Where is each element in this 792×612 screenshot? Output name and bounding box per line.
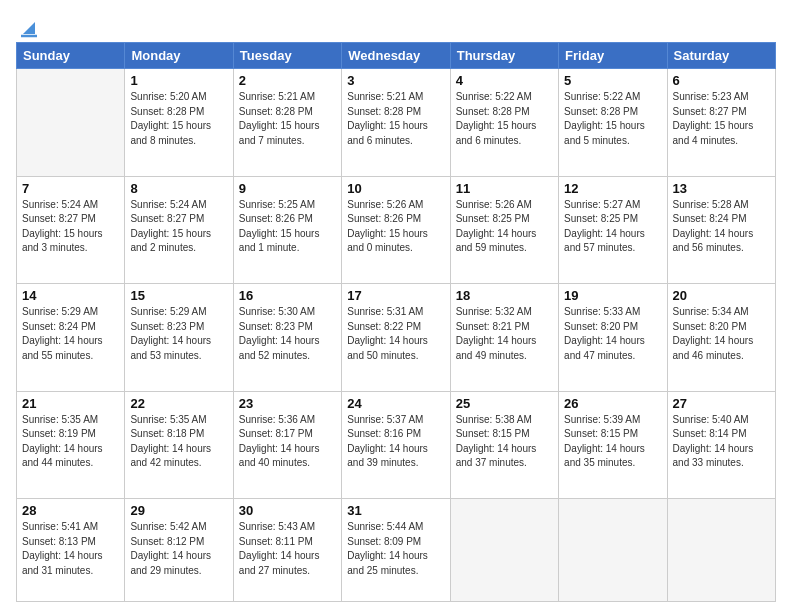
calendar-cell bbox=[559, 499, 667, 602]
day-info: Sunrise: 5:20 AM Sunset: 8:28 PM Dayligh… bbox=[130, 90, 227, 148]
day-number: 31 bbox=[347, 503, 444, 518]
calendar-cell bbox=[667, 499, 775, 602]
day-number: 27 bbox=[673, 396, 770, 411]
calendar-cell: 20Sunrise: 5:34 AM Sunset: 8:20 PM Dayli… bbox=[667, 284, 775, 392]
calendar-cell bbox=[17, 69, 125, 177]
day-info: Sunrise: 5:35 AM Sunset: 8:18 PM Dayligh… bbox=[130, 413, 227, 471]
weekday-header-saturday: Saturday bbox=[667, 43, 775, 69]
day-info: Sunrise: 5:26 AM Sunset: 8:25 PM Dayligh… bbox=[456, 198, 553, 256]
day-number: 13 bbox=[673, 181, 770, 196]
day-number: 18 bbox=[456, 288, 553, 303]
calendar-cell: 18Sunrise: 5:32 AM Sunset: 8:21 PM Dayli… bbox=[450, 284, 558, 392]
week-row-5: 28Sunrise: 5:41 AM Sunset: 8:13 PM Dayli… bbox=[17, 499, 776, 602]
day-number: 16 bbox=[239, 288, 336, 303]
day-number: 19 bbox=[564, 288, 661, 303]
day-number: 11 bbox=[456, 181, 553, 196]
day-info: Sunrise: 5:34 AM Sunset: 8:20 PM Dayligh… bbox=[673, 305, 770, 363]
weekday-header-sunday: Sunday bbox=[17, 43, 125, 69]
day-info: Sunrise: 5:29 AM Sunset: 8:24 PM Dayligh… bbox=[22, 305, 119, 363]
day-info: Sunrise: 5:41 AM Sunset: 8:13 PM Dayligh… bbox=[22, 520, 119, 578]
day-info: Sunrise: 5:28 AM Sunset: 8:24 PM Dayligh… bbox=[673, 198, 770, 256]
day-number: 2 bbox=[239, 73, 336, 88]
calendar-cell: 30Sunrise: 5:43 AM Sunset: 8:11 PM Dayli… bbox=[233, 499, 341, 602]
calendar-cell: 21Sunrise: 5:35 AM Sunset: 8:19 PM Dayli… bbox=[17, 391, 125, 499]
day-info: Sunrise: 5:37 AM Sunset: 8:16 PM Dayligh… bbox=[347, 413, 444, 471]
calendar-cell: 6Sunrise: 5:23 AM Sunset: 8:27 PM Daylig… bbox=[667, 69, 775, 177]
day-number: 28 bbox=[22, 503, 119, 518]
calendar-cell: 27Sunrise: 5:40 AM Sunset: 8:14 PM Dayli… bbox=[667, 391, 775, 499]
day-number: 5 bbox=[564, 73, 661, 88]
weekday-header-friday: Friday bbox=[559, 43, 667, 69]
day-number: 1 bbox=[130, 73, 227, 88]
day-info: Sunrise: 5:24 AM Sunset: 8:27 PM Dayligh… bbox=[130, 198, 227, 256]
day-number: 20 bbox=[673, 288, 770, 303]
calendar-cell: 2Sunrise: 5:21 AM Sunset: 8:28 PM Daylig… bbox=[233, 69, 341, 177]
day-number: 24 bbox=[347, 396, 444, 411]
day-info: Sunrise: 5:36 AM Sunset: 8:17 PM Dayligh… bbox=[239, 413, 336, 471]
calendar-cell: 4Sunrise: 5:22 AM Sunset: 8:28 PM Daylig… bbox=[450, 69, 558, 177]
weekday-header-thursday: Thursday bbox=[450, 43, 558, 69]
page: SundayMondayTuesdayWednesdayThursdayFrid… bbox=[0, 0, 792, 612]
day-info: Sunrise: 5:22 AM Sunset: 8:28 PM Dayligh… bbox=[564, 90, 661, 148]
calendar-cell: 28Sunrise: 5:41 AM Sunset: 8:13 PM Dayli… bbox=[17, 499, 125, 602]
weekday-header-row: SundayMondayTuesdayWednesdayThursdayFrid… bbox=[17, 43, 776, 69]
calendar-cell: 1Sunrise: 5:20 AM Sunset: 8:28 PM Daylig… bbox=[125, 69, 233, 177]
calendar-cell: 24Sunrise: 5:37 AM Sunset: 8:16 PM Dayli… bbox=[342, 391, 450, 499]
day-info: Sunrise: 5:38 AM Sunset: 8:15 PM Dayligh… bbox=[456, 413, 553, 471]
calendar-cell: 9Sunrise: 5:25 AM Sunset: 8:26 PM Daylig… bbox=[233, 176, 341, 284]
day-number: 7 bbox=[22, 181, 119, 196]
calendar-cell: 5Sunrise: 5:22 AM Sunset: 8:28 PM Daylig… bbox=[559, 69, 667, 177]
day-number: 29 bbox=[130, 503, 227, 518]
calendar-cell: 3Sunrise: 5:21 AM Sunset: 8:28 PM Daylig… bbox=[342, 69, 450, 177]
day-info: Sunrise: 5:24 AM Sunset: 8:27 PM Dayligh… bbox=[22, 198, 119, 256]
day-info: Sunrise: 5:44 AM Sunset: 8:09 PM Dayligh… bbox=[347, 520, 444, 578]
day-info: Sunrise: 5:31 AM Sunset: 8:22 PM Dayligh… bbox=[347, 305, 444, 363]
weekday-header-monday: Monday bbox=[125, 43, 233, 69]
calendar-cell: 14Sunrise: 5:29 AM Sunset: 8:24 PM Dayli… bbox=[17, 284, 125, 392]
calendar-cell bbox=[450, 499, 558, 602]
logo-icon bbox=[17, 16, 39, 38]
calendar-cell: 11Sunrise: 5:26 AM Sunset: 8:25 PM Dayli… bbox=[450, 176, 558, 284]
calendar-cell: 8Sunrise: 5:24 AM Sunset: 8:27 PM Daylig… bbox=[125, 176, 233, 284]
weekday-header-tuesday: Tuesday bbox=[233, 43, 341, 69]
day-info: Sunrise: 5:42 AM Sunset: 8:12 PM Dayligh… bbox=[130, 520, 227, 578]
day-number: 22 bbox=[130, 396, 227, 411]
day-info: Sunrise: 5:22 AM Sunset: 8:28 PM Dayligh… bbox=[456, 90, 553, 148]
day-info: Sunrise: 5:32 AM Sunset: 8:21 PM Dayligh… bbox=[456, 305, 553, 363]
day-info: Sunrise: 5:21 AM Sunset: 8:28 PM Dayligh… bbox=[347, 90, 444, 148]
calendar-cell: 26Sunrise: 5:39 AM Sunset: 8:15 PM Dayli… bbox=[559, 391, 667, 499]
calendar-cell: 15Sunrise: 5:29 AM Sunset: 8:23 PM Dayli… bbox=[125, 284, 233, 392]
calendar-cell: 16Sunrise: 5:30 AM Sunset: 8:23 PM Dayli… bbox=[233, 284, 341, 392]
header bbox=[16, 16, 776, 34]
calendar-cell: 25Sunrise: 5:38 AM Sunset: 8:15 PM Dayli… bbox=[450, 391, 558, 499]
week-row-2: 7Sunrise: 5:24 AM Sunset: 8:27 PM Daylig… bbox=[17, 176, 776, 284]
day-info: Sunrise: 5:29 AM Sunset: 8:23 PM Dayligh… bbox=[130, 305, 227, 363]
day-number: 23 bbox=[239, 396, 336, 411]
week-row-3: 14Sunrise: 5:29 AM Sunset: 8:24 PM Dayli… bbox=[17, 284, 776, 392]
day-number: 30 bbox=[239, 503, 336, 518]
day-info: Sunrise: 5:23 AM Sunset: 8:27 PM Dayligh… bbox=[673, 90, 770, 148]
day-number: 6 bbox=[673, 73, 770, 88]
day-number: 3 bbox=[347, 73, 444, 88]
calendar-cell: 10Sunrise: 5:26 AM Sunset: 8:26 PM Dayli… bbox=[342, 176, 450, 284]
day-number: 15 bbox=[130, 288, 227, 303]
calendar-cell: 17Sunrise: 5:31 AM Sunset: 8:22 PM Dayli… bbox=[342, 284, 450, 392]
weekday-header-wednesday: Wednesday bbox=[342, 43, 450, 69]
day-number: 17 bbox=[347, 288, 444, 303]
day-info: Sunrise: 5:25 AM Sunset: 8:26 PM Dayligh… bbox=[239, 198, 336, 256]
day-number: 10 bbox=[347, 181, 444, 196]
week-row-4: 21Sunrise: 5:35 AM Sunset: 8:19 PM Dayli… bbox=[17, 391, 776, 499]
day-info: Sunrise: 5:21 AM Sunset: 8:28 PM Dayligh… bbox=[239, 90, 336, 148]
day-info: Sunrise: 5:40 AM Sunset: 8:14 PM Dayligh… bbox=[673, 413, 770, 471]
day-number: 14 bbox=[22, 288, 119, 303]
day-info: Sunrise: 5:33 AM Sunset: 8:20 PM Dayligh… bbox=[564, 305, 661, 363]
day-number: 12 bbox=[564, 181, 661, 196]
calendar-cell: 13Sunrise: 5:28 AM Sunset: 8:24 PM Dayli… bbox=[667, 176, 775, 284]
day-number: 9 bbox=[239, 181, 336, 196]
day-info: Sunrise: 5:27 AM Sunset: 8:25 PM Dayligh… bbox=[564, 198, 661, 256]
week-row-1: 1Sunrise: 5:20 AM Sunset: 8:28 PM Daylig… bbox=[17, 69, 776, 177]
day-info: Sunrise: 5:35 AM Sunset: 8:19 PM Dayligh… bbox=[22, 413, 119, 471]
calendar-table: SundayMondayTuesdayWednesdayThursdayFrid… bbox=[16, 42, 776, 602]
day-number: 21 bbox=[22, 396, 119, 411]
svg-marker-0 bbox=[23, 22, 35, 34]
